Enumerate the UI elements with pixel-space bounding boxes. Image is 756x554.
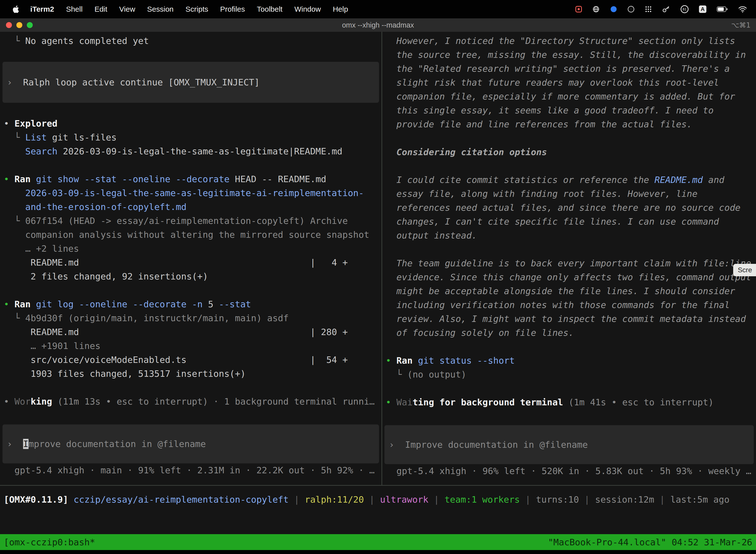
terminal-line: 2026-03-09-is-legal-the-same-as-legitima… [0,186,381,200]
terminal-line: … +2 lines [0,242,381,256]
menu-scripts[interactable]: Scripts [186,5,208,13]
input-source-letter: A [701,6,705,12]
menu-profiles[interactable]: Profiles [220,5,245,13]
terminal-line: └ List git ls-files [0,130,381,145]
menu-items: iTerm2ShellEditViewSessionScriptsProfile… [30,5,348,13]
omx-status-bar: [OMX#0.11.9] cczip/essay/ai-reimplementa… [0,486,756,534]
terminal-line: changes, I can't cite specific file line… [382,215,756,229]
terminal-line: evidence. Since this change only affects… [382,270,756,284]
agent-pane-left[interactable]: └ No agents completed yet› Ralph loop ac… [0,32,381,485]
tmux-status-bar: [omx-cczip0:bash* "MacBook-Pro-44.local"… [0,534,756,550]
menu-help[interactable]: Help [333,5,348,13]
terminal-line: README.md | 4 + [0,256,381,270]
terminal-line: I could cite commit statistics or refere… [382,173,756,187]
bottom-filler [0,550,756,554]
tmux-session-window: [omx-cczip0:bash* [4,537,95,547]
terminal-line: └ 067f154 (HEAD -> essay/ai-reimplementa… [0,214,381,228]
terminal-line: slight risk that future readers may over… [382,76,756,90]
terminal-line: • Working (11m 13s • esc to interrupt) ·… [0,395,381,408]
terminal-line: The team guideline is to back every impo… [382,257,756,270]
apple-menu-icon[interactable] [12,5,19,13]
window-title: omx --xhigh --madmax [342,21,414,29]
session-stats-right: gpt-5.4 xhigh · 96% left · 520K in · 5.8… [382,464,756,478]
terminal-line: • Ran git log --oneline --decorate -n 5 … [0,297,381,311]
menu-bar-status-icons: 61 A [575,5,747,13]
blue-app-icon[interactable] [610,6,617,13]
key-icon[interactable] [662,5,670,13]
terminal-line: might be acceptable alongside the file l… [382,284,756,298]
tmux-host-clock: "MacBook-Pro-44.local" 04:52 31-Mar-26 [548,537,752,547]
terminal-line: references need actual files, and since … [382,201,756,215]
terminal-content: └ No agents completed yet› Ralph loop ac… [0,32,756,485]
screen-edge-tab[interactable]: Scre [733,264,756,276]
globe-icon[interactable] [592,5,600,13]
window-title-bar: omx --xhigh --madmax ⌥⌘1 [0,18,756,32]
terminal-line: of focusing solely on file lines. [382,326,756,340]
terminal-line: provide file and line references from th… [382,117,756,131]
screen-recording-indicator-icon[interactable] [575,6,582,12]
grid-dots-icon[interactable] [645,6,652,13]
terminal-line: the "Related research writing" section i… [382,62,756,76]
terminal-line: • Waiting for background terminal (1m 41… [382,395,756,409]
terminal-line: … +1901 lines [0,339,381,353]
battery-icon[interactable] [717,6,728,12]
terminal-line: • Explored [0,117,381,130]
gauge-icon[interactable]: 61 [681,5,689,13]
menu-session[interactable]: Session [147,5,174,13]
omx-status-line: [OMX#0.11.9] cczip/essay/ai-reimplementa… [0,493,756,507]
menu-shell[interactable]: Shell [66,5,82,13]
terminal-line: 1903 files changed, 513517 insertions(+) [0,367,381,381]
terminal-line: and-the-erosion-of-copyleft.md [0,200,381,214]
menu-view[interactable]: View [119,5,135,13]
ralph-loop-banner: › Ralph loop active continue [OMX_TMUX_I… [2,62,379,103]
dark-app-icon[interactable] [628,6,634,13]
prompt-input-left[interactable]: › Improve documentation in @filename [2,425,379,463]
terminal-line: └ 4b9d30f (origin/main, instructkr/main,… [0,311,381,325]
window-controls [6,18,33,32]
menu-iterm2[interactable]: iTerm2 [30,5,54,13]
terminal-line: review. Also, I might want to inspect th… [382,312,756,326]
menu-edit[interactable]: Edit [94,5,107,13]
agent-pane-right[interactable]: However, I noticed the "Directory Struct… [382,32,756,485]
input-source-icon[interactable]: A [699,5,706,13]
window-shortcut-badge: ⌥⌘1 [731,21,751,29]
terminal-line: • Ran git show --stat --oneline --decora… [0,172,381,186]
terminal-line: output instead. [382,229,756,242]
terminal-line: └ No agents completed yet [0,34,381,48]
terminal-line: essay file, along with finding root file… [382,187,756,201]
terminal-line: Search 2026-03-09-is-legal-the-same-as-l… [0,145,381,158]
terminal-line: 2 files changed, 92 insertions(+) [0,270,381,283]
close-window-button[interactable] [6,22,12,28]
prompt-input-right[interactable]: › Improve documentation in @filename [384,425,754,464]
terminal-line: However, I noticed the "Directory Struct… [382,34,756,48]
terminal-line: companion file, especially if more comme… [382,90,756,104]
terminal-line: the source tree, missing the essay. Stil… [382,48,756,62]
terminal-line: including verification notes with those … [382,298,756,312]
terminal-line: src/voice/voiceModeEnabled.ts | 54 + [0,353,381,367]
terminal-line: README.md | 280 + [0,325,381,339]
menu-toolbelt[interactable]: Toolbelt [257,5,282,13]
terminal-line: • Ran git status --short [382,354,756,368]
terminal-line: └ (no output) [382,368,756,382]
terminal-line: companion analysis without altering the … [0,228,381,242]
minimize-window-button[interactable] [16,22,22,28]
terminal-line: Considering citation options [382,145,756,159]
session-stats-left: gpt-5.4 xhigh · main · 91% left · 2.31M … [0,463,381,477]
wifi-icon[interactable] [738,6,747,13]
zoom-window-button[interactable] [27,22,33,28]
macos-menu-bar: iTerm2ShellEditViewSessionScriptsProfile… [0,0,756,18]
menu-window[interactable]: Window [295,5,321,13]
terminal-line: this single essay, it seems like a good … [382,104,756,117]
gauge-value: 61 [683,7,687,11]
